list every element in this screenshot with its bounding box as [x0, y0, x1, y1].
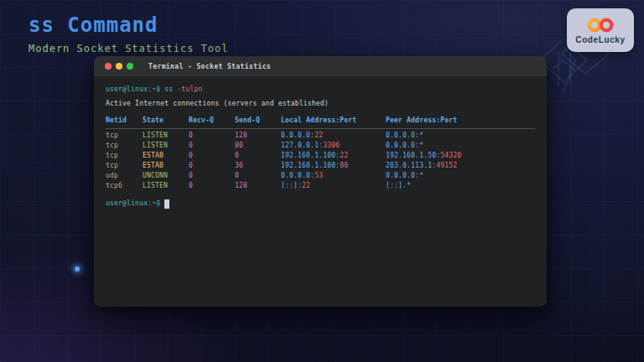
close-button[interactable] — [105, 63, 112, 70]
page-title: ss Command — [29, 13, 229, 37]
cell-local-address: 192.168.1.100:80 — [281, 161, 386, 171]
netid-value: udp — [106, 172, 118, 179]
column-header: Send-Q — [235, 116, 281, 126]
cell-peer-address: 0.0.0.0:* — [386, 131, 535, 141]
socket-row: tcpESTAB036192.168.1.100:80203.0.113.1:4… — [106, 161, 535, 171]
cell-sendq: 0 — [235, 151, 281, 161]
cell-state: LISTEN — [143, 141, 189, 151]
sendq-value: 36 — [235, 162, 243, 169]
column-header: Recv-Q — [189, 116, 235, 126]
cell-sendq: 80 — [235, 141, 281, 151]
socket-row: tcp6LISTEN0128[::]:22[::].* — [106, 181, 535, 191]
cell-netid: tcp — [106, 151, 143, 161]
cell-recvq: 0 — [189, 141, 235, 151]
state-value: ESTAB — [143, 162, 164, 169]
terminal-cursor[interactable] — [164, 199, 169, 209]
logo-text: CodeLucky — [575, 35, 625, 44]
cell-state: UNCONN — [143, 171, 189, 181]
cell-state: ESTAB — [143, 151, 189, 161]
cell-recvq: 0 — [189, 171, 235, 181]
state-value: ESTAB — [143, 152, 164, 159]
page-subtitle: Modern Socket Statistics Tool — [29, 43, 229, 54]
local-port: 3306 — [323, 142, 340, 149]
cell-local-address: 0.0.0.0:53 — [281, 171, 386, 181]
column-header: Netid — [106, 116, 143, 126]
infinity-icon — [584, 17, 616, 34]
socket-row: udpUNCONN000.0.0.0:530.0.0.0:* — [106, 171, 535, 181]
minimize-button[interactable] — [116, 63, 122, 70]
peer-address: [::].* — [386, 182, 411, 189]
terminal-window: Terminal - Socket Statistics user@linux:… — [94, 56, 547, 307]
header-separator — [106, 128, 535, 129]
recvq-value: 0 — [189, 142, 193, 149]
cell-state: LISTEN — [143, 181, 189, 191]
local-port: 22 — [340, 152, 348, 159]
cell-netid: tcp6 — [106, 181, 143, 191]
column-header: Peer Address:Port — [386, 116, 535, 126]
peer-address: 203.0.113.1: — [386, 162, 436, 169]
cell-local-address: 192.168.1.100:22 — [281, 151, 386, 161]
local-address: 127.0.0.1: — [281, 142, 323, 149]
cell-local-address: [::]:22 — [281, 181, 386, 191]
peer-address: 192.168.1.50: — [386, 152, 440, 159]
cell-peer-address: 0.0.0.0:* — [386, 141, 535, 151]
column-header: Local Address:Port — [281, 116, 386, 126]
cell-peer-address: 0.0.0.0:* — [386, 171, 535, 181]
command-args: -tulpn — [177, 85, 202, 93]
cell-recvq: 0 — [189, 131, 235, 141]
cell-sendq: 128 — [235, 181, 281, 191]
cell-peer-address: 203.0.113.1:49152 — [386, 161, 535, 171]
cell-recvq: 0 — [189, 151, 235, 161]
recvq-value: 0 — [189, 152, 193, 159]
local-port: 22 — [314, 132, 323, 139]
command-line: user@linux:~$ ss -tulpn — [106, 85, 535, 95]
terminal-body: user@linux:~$ ss -tulpn Active Internet … — [94, 76, 547, 209]
socket-row: tcpLISTEN01280.0.0.0:220.0.0.0:* — [106, 131, 535, 141]
state-value: UNCONN — [143, 172, 168, 179]
socket-table: tcpLISTEN01280.0.0.0:220.0.0.0:*tcpLISTE… — [106, 131, 535, 191]
socket-row: tcpLISTEN080127.0.0.1:33060.0.0.0:* — [106, 141, 535, 151]
recvq-value: 0 — [189, 172, 193, 179]
prompt: user@linux:~$ — [106, 85, 160, 93]
maximize-button[interactable] — [127, 63, 133, 70]
recvq-value: 0 — [189, 182, 193, 189]
cell-recvq: 0 — [189, 181, 235, 191]
netid-value: tcp — [106, 132, 118, 139]
local-address: [::]: — [281, 182, 302, 189]
sendq-value: 128 — [235, 182, 247, 189]
prompt: user@linux:~$ — [106, 199, 160, 209]
local-address: 0.0.0.0: — [281, 172, 314, 179]
page-header: ss Command Modern Socket Statistics Tool — [29, 13, 229, 54]
recvq-value: 0 — [189, 162, 193, 169]
sendq-value: 80 — [235, 142, 243, 149]
local-address: 192.168.1.100: — [281, 162, 340, 169]
local-port: 22 — [302, 182, 310, 189]
cell-netid: tcp — [106, 141, 143, 151]
peer-address: 0.0.0.0:* — [386, 132, 423, 139]
command: ss — [164, 85, 173, 93]
cell-state: LISTEN — [143, 131, 189, 141]
netid-value: tcp6 — [106, 182, 122, 189]
state-value: LISTEN — [143, 132, 168, 139]
state-value: LISTEN — [143, 182, 168, 189]
local-address: 0.0.0.0: — [281, 132, 314, 139]
column-header: State — [143, 116, 189, 126]
cell-local-address: 127.0.0.1:3306 — [281, 141, 386, 151]
output-heading: Active Internet connections (servers and… — [106, 99, 535, 109]
local-port: 80 — [340, 162, 348, 169]
netid-value: tcp — [106, 142, 118, 149]
recvq-value: 0 — [189, 132, 193, 139]
netid-value: tcp — [106, 162, 118, 169]
peer-address: 0.0.0.0:* — [386, 142, 423, 149]
cell-peer-address: 192.168.1.50:54320 — [386, 151, 535, 161]
cell-netid: tcp — [106, 161, 143, 171]
peer-port: 49152 — [436, 162, 457, 169]
cell-local-address: 0.0.0.0:22 — [281, 131, 386, 141]
cell-peer-address: [::].* — [386, 181, 535, 191]
state-value: LISTEN — [143, 142, 168, 149]
cell-netid: udp — [106, 171, 143, 181]
sendq-value: 0 — [235, 172, 239, 179]
peer-port: 54320 — [440, 152, 461, 159]
glow-dot — [75, 266, 80, 272]
local-address: 192.168.1.100: — [281, 152, 340, 159]
